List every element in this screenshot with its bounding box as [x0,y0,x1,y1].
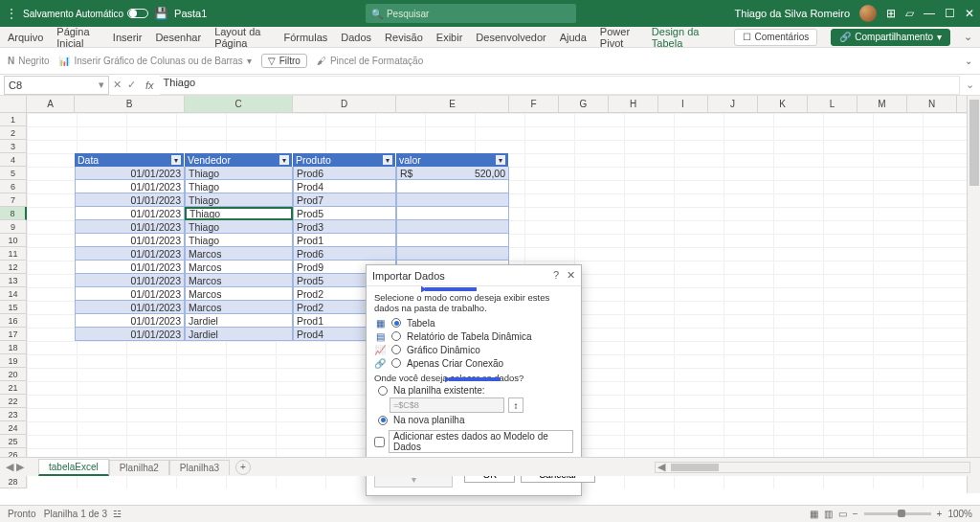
cell[interactable]: Jardiel [185,314,293,328]
col-I[interactable]: I [658,96,708,112]
table-row[interactable]: 01/01/2023ThiagoProd6R$520,00 [75,167,509,180]
search-box[interactable]: 🔍 Pesquisar [366,4,576,23]
tab-inserir[interactable]: Inserir [113,27,143,47]
ribbon-collapse-icon[interactable]: ⌄ [964,31,972,43]
cell[interactable] [396,207,509,220]
table-row[interactable]: 01/01/2023ThiagoProd5 [75,207,509,220]
formula-expand-icon[interactable]: ⌄ [960,79,980,91]
opt-existing-row[interactable]: Na planilha existente: [378,385,573,396]
cell[interactable]: Thiago [185,193,293,207]
col-K[interactable]: K [758,96,808,112]
sheet-nav[interactable]: ◀ ▶ [6,461,24,473]
row-header[interactable]: 14 [0,287,27,301]
row-header[interactable]: 28 [0,475,27,488]
table-row[interactable]: 01/01/2023ThiagoProd7 [75,193,509,207]
view-pagebreak-icon[interactable]: ▭ [838,509,847,519]
format-painter-button[interactable]: 🖌 Pincel de Formatação [317,56,423,66]
cell[interactable]: Prod5 [293,207,396,220]
cell[interactable]: 01/01/2023 [75,193,185,207]
row-header[interactable]: 16 [0,314,27,328]
filter-dropdown-icon[interactable]: ▾ [279,155,289,165]
col-M[interactable]: M [858,96,907,112]
cell[interactable]: 01/01/2023 [75,167,185,180]
formula-cancel-icon[interactable]: ✕ [113,79,122,91]
cell[interactable]: Marcos [185,287,293,301]
cell[interactable] [396,220,509,234]
minimize-icon[interactable]: — [924,7,935,20]
radio-newsheet[interactable] [378,416,388,425]
horizontal-scrollbar[interactable]: ◀ [655,462,970,473]
row-header[interactable]: 21 [0,381,27,395]
cell[interactable]: 01/01/2023 [75,328,185,341]
cell[interactable]: Marcos [185,247,293,261]
cell[interactable]: 01/01/2023 [75,180,185,193]
autosave-switch-icon[interactable] [127,9,148,18]
row-header[interactable]: 1 [0,113,27,126]
col-F[interactable]: F [509,96,559,112]
th-vendedor[interactable]: Vendedor▾ [185,153,293,167]
dialog-titlebar[interactable]: Importar Dados ?✕ [367,265,581,286]
th-produto[interactable]: Produto▾ [293,153,396,167]
chart-button[interactable]: 📊 Inserir Gráfico de Colunas ou de Barra… [58,56,251,66]
cell[interactable]: Jardiel [185,328,293,341]
view-normal-icon[interactable]: ▦ [810,509,818,519]
tab-powerpivot[interactable]: Power Pivot [600,27,638,47]
row-header[interactable]: 4 [0,153,27,167]
cell[interactable]: 01/01/2023 [75,314,185,328]
tab-formulas[interactable]: Fórmulas [283,27,327,47]
col-E[interactable]: E [396,96,509,112]
cell[interactable]: 01/01/2023 [75,207,185,220]
maximize-icon[interactable]: ☐ [945,7,955,20]
row-header[interactable]: 10 [0,234,27,247]
row-header[interactable]: 24 [0,421,27,435]
row-header[interactable]: 9 [0,220,27,234]
cell[interactable]: Marcos [185,261,293,274]
row-header[interactable]: 22 [0,395,27,408]
radio-connection[interactable] [391,358,401,368]
tab-exibir[interactable]: Exibir [436,27,463,47]
close-window-icon[interactable]: ✕ [965,7,974,20]
sheet-tab-3[interactable]: Planilha3 [169,460,230,475]
row-header[interactable]: 13 [0,274,27,287]
cell[interactable] [396,247,509,261]
cell[interactable]: 01/01/2023 [75,234,185,247]
table-row[interactable]: 01/01/2023ThiagoProd1 [75,234,509,247]
tab-layout[interactable]: Layout da Página [214,27,270,47]
cell[interactable]: 01/01/2023 [75,301,185,314]
radio-pivotchart[interactable] [391,345,401,354]
col-H[interactable]: H [609,96,658,112]
zoom-out-icon[interactable]: − [853,509,858,519]
opt-pivotchart-row[interactable]: 📈 Gráfico Dinâmico [374,344,573,355]
close-icon[interactable]: ✕ [567,269,575,282]
cell[interactable]: 01/01/2023 [75,274,185,287]
cell[interactable]: Prod7 [293,193,396,207]
add-sheet-button[interactable]: + [235,460,251,475]
view-pagelayout-icon[interactable]: ▥ [824,509,833,519]
col-J[interactable]: J [708,96,758,112]
col-C[interactable]: C [185,96,293,112]
tab-design-tabela[interactable]: Design da Tabela [652,27,707,47]
zoom-slider[interactable] [864,512,931,515]
opt-new-row[interactable]: Na nova planilha [378,415,573,425]
vertical-scrollbar[interactable] [967,96,980,493]
formula-accept-icon[interactable]: ✓ [127,79,136,91]
accessibility-icon[interactable]: ☳ [113,509,122,519]
filter-dropdown-icon[interactable]: ▾ [496,155,505,165]
radio-existing[interactable] [378,386,388,396]
radio-table[interactable] [391,318,401,328]
tab-revisao[interactable]: Revisão [385,27,423,47]
chk-model[interactable] [374,437,385,447]
tab-arquivo[interactable]: Arquivo [8,27,43,47]
cell[interactable]: 01/01/2023 [75,261,185,274]
row-header[interactable]: 3 [0,140,27,153]
col-G[interactable]: G [559,96,609,112]
user-name[interactable]: Thiago da Silva Romeiro [735,8,850,19]
cell[interactable] [396,193,509,207]
cell[interactable]: Prod6 [293,167,396,180]
cell[interactable]: Prod1 [293,234,396,247]
formula-input[interactable]: Thiago [160,76,960,95]
opt-pivot-row[interactable]: ▤ Relatório de Tabela Dinâmica [374,330,573,342]
autosave-toggle[interactable]: Salvamento Automático [23,9,148,19]
zoom-in-icon[interactable]: + [937,509,943,519]
fx-icon[interactable]: fx [140,79,160,91]
